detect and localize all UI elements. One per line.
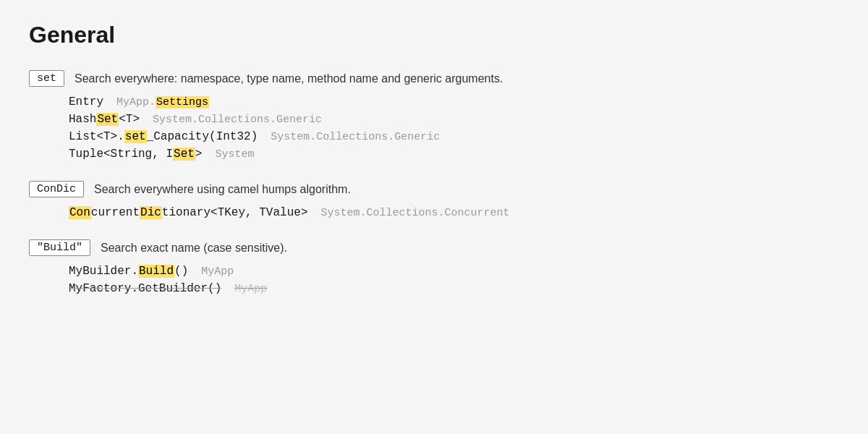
tuple-result[interactable]: Tuple<String, ISet>System bbox=[69, 148, 839, 161]
mybuilder-result-name: MyBuilder.Build() bbox=[69, 265, 188, 278]
entry-result-namespace: MyApp.Settings bbox=[116, 96, 209, 109]
tuple-result-name: Tuple<String, ISet> bbox=[69, 148, 202, 161]
build-section-badge[interactable]: "Build" bbox=[29, 239, 90, 256]
condic-section: ConDicSearch everywhere using camel hump… bbox=[29, 181, 839, 219]
condic-section-description: Search everywhere using camel humps algo… bbox=[94, 183, 351, 196]
hashset-result[interactable]: HashSet<T>System.Collections.Generic bbox=[69, 113, 839, 126]
concurrent-result-namespace: System.Collections.Concurrent bbox=[320, 207, 509, 219]
set-section-badge[interactable]: set bbox=[29, 70, 64, 87]
set-section: setSearch everywhere: namespace, type na… bbox=[29, 70, 839, 161]
mybuilder-result-namespace: MyApp bbox=[201, 265, 234, 278]
myfactory-result-namespace: MyApp bbox=[234, 283, 267, 295]
list-result-namespace: System.Collections.Generic bbox=[271, 131, 440, 143]
page-title: General bbox=[29, 22, 839, 48]
concurrent-result-name: ConcurrentDictionary<TKey, TValue> bbox=[69, 206, 307, 219]
build-section: "Build"Search exact name (case sensitive… bbox=[29, 239, 839, 295]
entry-result[interactable]: EntryMyApp.Settings bbox=[69, 95, 839, 109]
myfactory-result-name: MyFactory.GetBuilder() bbox=[69, 282, 221, 295]
hashset-result-name: HashSet<T> bbox=[69, 113, 140, 126]
build-section-description: Search exact name (case sensitive). bbox=[101, 242, 287, 255]
set-section-description: Search everywhere: namespace, type name,… bbox=[75, 72, 503, 85]
condic-section-badge[interactable]: ConDic bbox=[29, 181, 84, 197]
concurrent-result[interactable]: ConcurrentDictionary<TKey, TValue>System… bbox=[69, 206, 839, 219]
list-result[interactable]: List<T>.set_Capacity(Int32)System.Collec… bbox=[69, 130, 839, 143]
myfactory-result[interactable]: MyFactory.GetBuilder()MyApp bbox=[69, 282, 839, 295]
entry-result-name: Entry bbox=[69, 95, 103, 109]
mybuilder-result[interactable]: MyBuilder.Build()MyApp bbox=[69, 265, 839, 278]
hashset-result-namespace: System.Collections.Generic bbox=[153, 114, 322, 126]
tuple-result-namespace: System bbox=[215, 148, 254, 161]
list-result-name: List<T>.set_Capacity(Int32) bbox=[69, 130, 258, 143]
